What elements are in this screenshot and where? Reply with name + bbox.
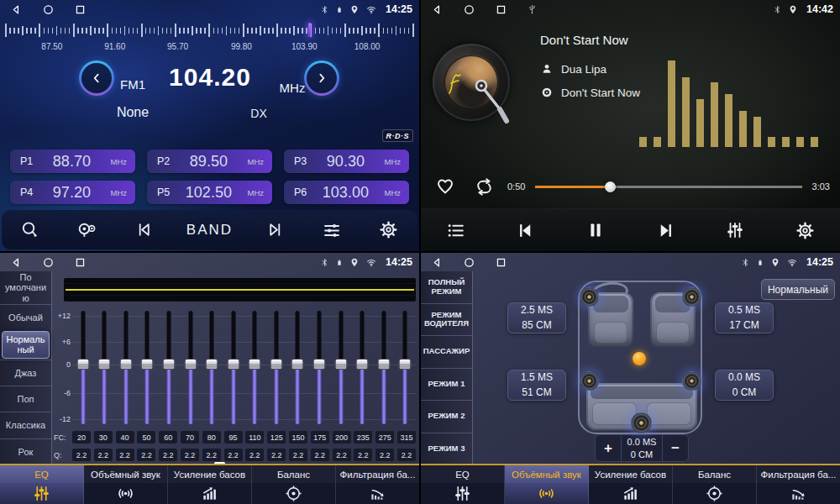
tab-filter[interactable]: Фильтрация ба... bbox=[757, 465, 840, 504]
eq-band-slider[interactable] bbox=[180, 308, 202, 428]
delay-rear-right-button[interactable]: 0.0 MS 0 CM bbox=[715, 370, 774, 401]
eq-band-slider[interactable] bbox=[137, 308, 159, 428]
slider-handle[interactable] bbox=[377, 359, 390, 370]
delay-rear-left-button[interactable]: 1.5 MS 51 CM bbox=[507, 370, 566, 401]
eq-band-slider[interactable] bbox=[394, 308, 416, 428]
seek-previous-icon[interactable] bbox=[129, 220, 160, 239]
stage-mode-item[interactable]: РЕЖИМ 1 bbox=[421, 368, 472, 401]
slider-handle[interactable] bbox=[163, 359, 176, 370]
radio-waves-icon[interactable] bbox=[72, 219, 102, 240]
eq-preset-item[interactable]: Джаз bbox=[0, 360, 51, 386]
tab-surround[interactable]: Объёмный звук bbox=[505, 465, 589, 504]
eq-preset-item[interactable]: Поп bbox=[0, 386, 51, 412]
radio-preset-p1[interactable]: P188.70MHz bbox=[10, 150, 135, 173]
radio-preset-p4[interactable]: P497.20MHz bbox=[10, 181, 135, 204]
radio-preset-p6[interactable]: P6103.00MHz bbox=[284, 181, 409, 204]
stage-preset-button[interactable]: Нормальный bbox=[761, 279, 835, 300]
slider-handle[interactable] bbox=[98, 359, 111, 370]
eq-preset-item[interactable]: По умолчанию bbox=[0, 271, 51, 304]
slider-handle[interactable] bbox=[312, 359, 325, 370]
band-button[interactable]: BAND bbox=[186, 222, 233, 239]
eq-band-slider[interactable] bbox=[158, 308, 180, 428]
tab-filter[interactable]: Фильтрация ба... bbox=[336, 465, 419, 504]
eq-band-slider[interactable] bbox=[308, 308, 330, 428]
radio-preset-p5[interactable]: P5102.50MHz bbox=[147, 181, 272, 204]
search-icon[interactable] bbox=[15, 220, 45, 239]
eq-band-slider[interactable] bbox=[115, 308, 137, 428]
recents-icon[interactable] bbox=[74, 256, 87, 269]
eq-band-slider[interactable] bbox=[94, 308, 116, 428]
tab-balance[interactable]: Баланс bbox=[673, 465, 757, 504]
radio-frequency-scale-ticks[interactable] bbox=[5, 23, 414, 38]
seek-next-icon[interactable] bbox=[260, 220, 290, 239]
eq-band-slider[interactable] bbox=[330, 308, 352, 428]
favorite-heart-icon[interactable] bbox=[434, 176, 456, 197]
home-icon[interactable] bbox=[42, 3, 55, 16]
eq-preset-item[interactable]: Классика bbox=[0, 412, 51, 438]
tune-down-button[interactable] bbox=[79, 60, 114, 96]
eq-band-slider[interactable] bbox=[351, 308, 373, 428]
back-icon[interactable] bbox=[431, 256, 444, 269]
slider-handle[interactable] bbox=[291, 359, 304, 370]
slider-handle[interactable] bbox=[249, 359, 261, 370]
equalizer-sliders-icon[interactable] bbox=[317, 220, 347, 240]
slider-handle[interactable] bbox=[119, 359, 132, 370]
seek-knob[interactable] bbox=[605, 181, 616, 192]
home-icon[interactable] bbox=[42, 256, 55, 269]
tab-bass-boost[interactable]: Усиление басов bbox=[589, 465, 673, 504]
eq-band-slider[interactable] bbox=[223, 308, 244, 428]
home-icon[interactable] bbox=[463, 256, 475, 269]
back-icon[interactable] bbox=[431, 3, 444, 16]
tab-balance[interactable]: Баланс bbox=[252, 465, 336, 504]
settings-gear-icon[interactable] bbox=[790, 221, 820, 240]
recents-icon[interactable] bbox=[495, 256, 507, 269]
previous-track-icon[interactable] bbox=[511, 220, 541, 241]
recents-icon[interactable] bbox=[74, 3, 87, 16]
next-track-icon[interactable] bbox=[650, 220, 680, 241]
slider-handle[interactable] bbox=[227, 359, 239, 370]
stage-mode-item[interactable]: РЕЖИМ 3 bbox=[421, 433, 472, 465]
slider-handle[interactable] bbox=[399, 359, 412, 370]
tab-surround[interactable]: Объёмный звук bbox=[84, 465, 168, 504]
back-icon[interactable] bbox=[10, 256, 23, 269]
slider-handle[interactable] bbox=[356, 359, 369, 370]
increase-delay-button[interactable]: + bbox=[596, 435, 621, 461]
decrease-delay-button[interactable]: − bbox=[663, 435, 688, 461]
stage-mode-item[interactable]: РЕЖИМ 2 bbox=[421, 400, 472, 433]
slider-handle[interactable] bbox=[184, 359, 197, 370]
eq-band-slider[interactable] bbox=[244, 308, 266, 428]
radio-preset-p3[interactable]: P390.30MHz bbox=[284, 150, 409, 173]
eq-band-slider[interactable] bbox=[287, 308, 309, 428]
radio-preset-p2[interactable]: P289.50MHz bbox=[147, 150, 272, 173]
listener-position-dot[interactable] bbox=[633, 352, 646, 365]
eq-band-slider[interactable] bbox=[201, 308, 223, 428]
playlist-icon[interactable] bbox=[441, 220, 471, 241]
seek-bar[interactable] bbox=[535, 181, 801, 192]
eq-preset-item[interactable]: Рок bbox=[0, 438, 51, 465]
tab-eq[interactable]: EQ bbox=[421, 465, 505, 504]
home-icon[interactable] bbox=[463, 3, 475, 16]
eq-preset-item[interactable]: Нормальный bbox=[2, 331, 50, 358]
delay-front-left-button[interactable]: 2.5 MS 85 CM bbox=[507, 302, 566, 333]
equalizer-sliders-icon[interactable] bbox=[720, 220, 750, 240]
delay-front-right-button[interactable]: 0.5 MS 17 CM bbox=[715, 302, 774, 333]
slider-handle[interactable] bbox=[206, 359, 218, 370]
slider-handle[interactable] bbox=[141, 359, 154, 370]
settings-gear-icon[interactable] bbox=[374, 220, 404, 239]
eq-band-slider[interactable] bbox=[373, 308, 395, 428]
stage-mode-item[interactable]: ПАССАЖИР bbox=[421, 335, 472, 368]
stage-mode-item[interactable]: РЕЖИМ ВОДИТЕЛЯ bbox=[421, 303, 472, 336]
tune-up-button[interactable] bbox=[304, 60, 339, 96]
tab-eq[interactable]: EQ bbox=[0, 465, 84, 504]
eq-band-slider[interactable] bbox=[265, 308, 287, 428]
recents-icon[interactable] bbox=[495, 3, 507, 16]
slider-handle[interactable] bbox=[270, 359, 282, 370]
tab-bass-boost[interactable]: Усиление басов bbox=[168, 465, 252, 504]
eq-preset-item[interactable]: Обычай bbox=[0, 304, 51, 330]
eq-band-slider[interactable] bbox=[72, 308, 94, 428]
back-icon[interactable] bbox=[10, 3, 23, 16]
slider-handle[interactable] bbox=[76, 359, 89, 370]
pause-icon[interactable] bbox=[580, 220, 611, 240]
slider-handle[interactable] bbox=[334, 359, 347, 370]
repeat-icon[interactable] bbox=[473, 176, 496, 197]
